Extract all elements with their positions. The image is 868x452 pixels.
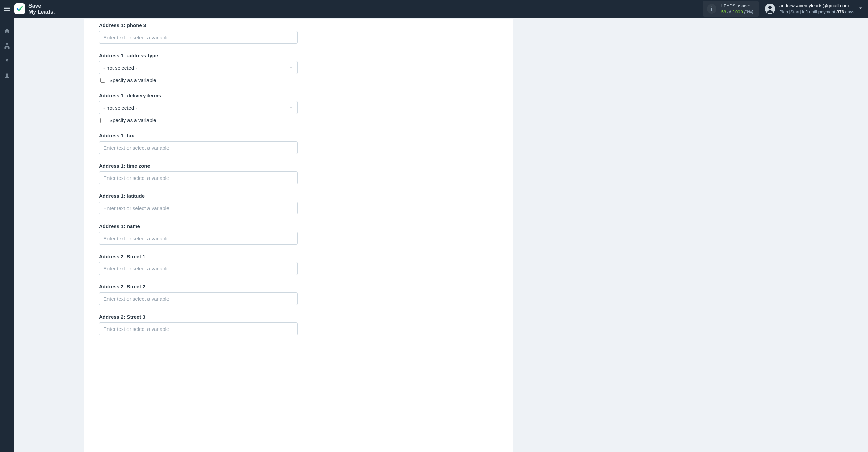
select-addr1_delivery[interactable]: - not selected - [99, 101, 298, 114]
user-menu[interactable]: andrewsavemyleads@gmail.com Plan |Start|… [765, 3, 854, 15]
field-label: Address 2: Street 3 [99, 314, 298, 320]
field-addr2_street3: Address 2: Street 3 [99, 306, 298, 335]
sidebar-account[interactable] [3, 72, 11, 79]
field-addr2_street2: Address 2: Street 2 [99, 276, 298, 305]
topbar: Save My Leads. i LEADS usage: 58 of 2'00… [0, 0, 868, 18]
select-value: - not selected - [103, 65, 137, 71]
usage-of: of [727, 9, 731, 14]
content-scroll[interactable]: Address 1: phone 3Address 1: address typ… [14, 18, 868, 452]
field-addr1_phone3: Address 1: phone 3 [99, 19, 298, 44]
select-value: - not selected - [103, 105, 137, 111]
home-icon [4, 27, 11, 34]
app-body: $ Address 1: phone 3Address 1: address t… [0, 18, 868, 452]
brand-logo-icon [14, 3, 25, 14]
sidebar-home[interactable] [3, 27, 11, 35]
svg-rect-4 [8, 47, 9, 48]
field-addr1_latitude: Address 1: latitude [99, 186, 298, 214]
field-label: Address 2: Street 1 [99, 253, 298, 259]
field-addr1_address_type: Address 1: address type- not selected -S… [99, 45, 298, 84]
select-addr1_address_type[interactable]: - not selected - [99, 61, 298, 74]
user-plan: Plan |Start| left until payment 376 days [779, 9, 854, 15]
svg-rect-2 [6, 43, 7, 44]
svg-rect-3 [5, 47, 6, 48]
plan-days-suffix: days [844, 9, 854, 14]
info-icon: i [707, 4, 716, 14]
field-addr2_street1: Address 2: Street 1 [99, 246, 298, 275]
specify-variable-addr1_delivery[interactable]: Specify as a variable [99, 117, 298, 124]
input-addr2_street1[interactable] [99, 262, 298, 275]
svg-point-6 [6, 73, 8, 76]
field-label: Address 1: address type [99, 53, 298, 58]
leads-usage-text: LEADS usage: 58 of 2'000 (3%) [721, 3, 753, 15]
menu-toggle[interactable] [0, 0, 14, 18]
field-label: Address 1: delivery terms [99, 93, 298, 98]
field-label: Address 1: latitude [99, 193, 298, 199]
sidebar-billing[interactable]: $ [3, 57, 11, 64]
form-panel: Address 1: phone 3Address 1: address typ… [84, 19, 513, 452]
form-column: Address 1: phone 3Address 1: address typ… [99, 19, 298, 335]
usage-current: 58 [721, 9, 726, 14]
brand-name: Save My Leads. [28, 3, 55, 15]
input-addr2_street2[interactable] [99, 292, 298, 305]
svg-text:$: $ [6, 58, 9, 63]
usage-total: 2'000 [732, 9, 743, 14]
field-addr1_name: Address 1: name [99, 216, 298, 245]
input-addr1_phone3[interactable] [99, 31, 298, 44]
sidebar-connections[interactable] [3, 42, 11, 50]
user-info: andrewsavemyleads@gmail.com Plan |Start|… [779, 3, 854, 15]
plan-days: 376 [836, 9, 844, 14]
avatar-icon [765, 4, 775, 14]
field-addr1_fax: Address 1: fax [99, 125, 298, 154]
brand[interactable]: Save My Leads. [14, 3, 55, 15]
user-email: andrewsavemyleads@gmail.com [779, 3, 854, 9]
chevron-down-icon [858, 6, 863, 11]
brand-line1: Save [28, 3, 55, 9]
usage-percent: (3%) [744, 9, 753, 14]
field-label: Address 1: name [99, 223, 298, 229]
specify-variable-checkbox[interactable] [100, 118, 105, 123]
user-icon [4, 72, 11, 79]
topbar-expand[interactable] [858, 6, 863, 12]
usage-title: LEADS usage: [721, 3, 753, 9]
field-addr1_delivery: Address 1: delivery terms- not selected … [99, 85, 298, 124]
specify-variable-label: Specify as a variable [109, 77, 156, 83]
field-label: Address 1: phone 3 [99, 20, 298, 28]
svg-point-1 [768, 6, 772, 9]
input-addr2_street3[interactable] [99, 322, 298, 335]
field-label: Address 1: time zone [99, 163, 298, 169]
hamburger-icon [3, 5, 11, 13]
sidebar: $ [0, 18, 14, 452]
chevron-down-icon [289, 65, 293, 71]
sitemap-icon [4, 42, 11, 49]
input-addr1_fax[interactable] [99, 141, 298, 154]
input-addr1_latitude[interactable] [99, 202, 298, 214]
brand-line2: My Leads. [28, 9, 55, 15]
field-label: Address 1: fax [99, 133, 298, 138]
plan-prefix: Plan |Start| left until payment [779, 9, 836, 14]
specify-variable-label: Specify as a variable [109, 117, 156, 123]
field-label: Address 2: Street 2 [99, 284, 298, 289]
specify-variable-checkbox[interactable] [100, 78, 105, 83]
leads-usage-box[interactable]: i LEADS usage: 58 of 2'000 (3%) [703, 1, 759, 17]
field-addr1_timezone: Address 1: time zone [99, 155, 298, 184]
dollar-icon: $ [4, 57, 11, 64]
specify-variable-addr1_address_type[interactable]: Specify as a variable [99, 77, 298, 84]
chevron-down-icon [289, 105, 293, 111]
input-addr1_name[interactable] [99, 232, 298, 245]
input-addr1_timezone[interactable] [99, 171, 298, 184]
